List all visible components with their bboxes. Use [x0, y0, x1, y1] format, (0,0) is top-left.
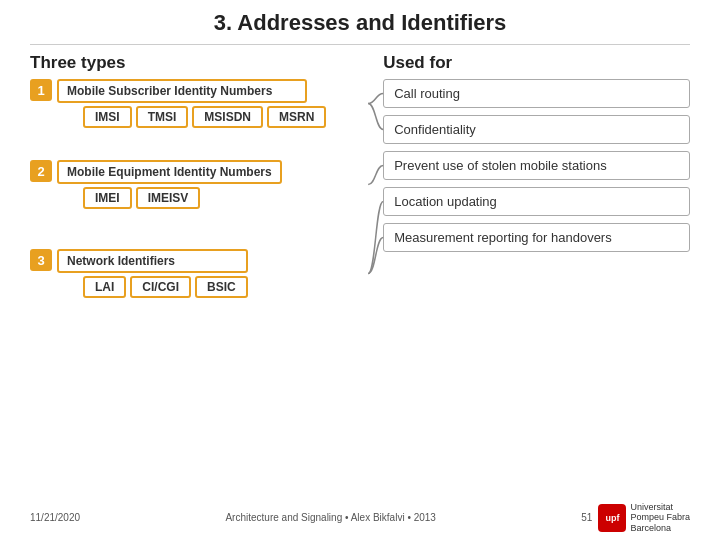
right-title: Used for: [383, 53, 452, 72]
used-for-1: Call routing: [383, 79, 690, 108]
sub-item: MSISDN: [192, 106, 263, 128]
page-title: 3. Addresses and Identifiers: [30, 10, 690, 36]
sub-item: MSRN: [267, 106, 326, 128]
upf-logo: upf: [598, 504, 626, 532]
footer-citation: Architecture and Signaling • Alex Bikfal…: [225, 512, 435, 523]
logo-text: Universitat Pompeu Fabra Barcelona: [630, 502, 690, 534]
group-1-number: 1: [30, 79, 52, 101]
page: 3. Addresses and Identifiers Three types…: [0, 0, 720, 540]
group-1-label: Mobile Subscriber Identity Numbers: [57, 79, 307, 103]
footer-logo: upf Universitat Pompeu Fabra Barcelona: [598, 502, 690, 534]
sub-item: IMEISV: [136, 187, 201, 209]
sub-item: TMSI: [136, 106, 189, 128]
group-3: 3 Network Identifiers LAI CI/CGI BSIC: [30, 249, 368, 298]
footer-page: 51: [581, 512, 592, 523]
used-for-2: Confidentiality: [383, 115, 690, 144]
sub-item: CI/CGI: [130, 276, 191, 298]
footer: 11/21/2020 Architecture and Signaling • …: [0, 502, 720, 534]
group-2-label: Mobile Equipment Identity Numbers: [57, 160, 282, 184]
sub-item: IMEI: [83, 187, 132, 209]
left-title: Three types: [30, 53, 125, 72]
footer-date: 11/21/2020: [30, 512, 80, 523]
used-for-4: Location updating: [383, 187, 690, 216]
used-for-5: Measurement reporting for handovers: [383, 223, 690, 252]
used-for-3: Prevent use of stolen mobile stations: [383, 151, 690, 180]
sub-item: IMSI: [83, 106, 132, 128]
sub-item: LAI: [83, 276, 126, 298]
group-3-label: Network Identifiers: [57, 249, 248, 273]
group-3-number: 3: [30, 249, 52, 271]
group-2-number: 2: [30, 160, 52, 182]
group-2: 2 Mobile Equipment Identity Numbers IMEI…: [30, 160, 368, 209]
group-1: 1 Mobile Subscriber Identity Numbers IMS…: [30, 79, 368, 128]
sub-item: BSIC: [195, 276, 248, 298]
